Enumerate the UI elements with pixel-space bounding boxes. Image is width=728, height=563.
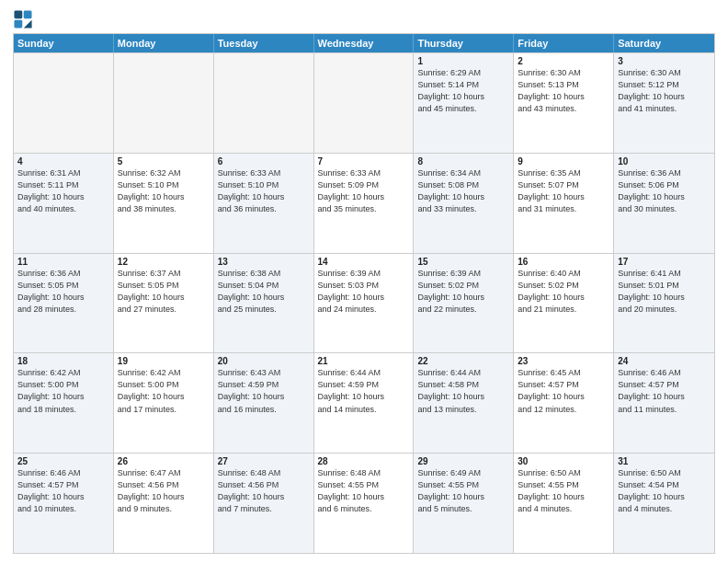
calendar-row-2: 11Sunrise: 6:36 AM Sunset: 5:05 PM Dayli…: [14, 253, 714, 353]
day-info: Sunrise: 6:40 AM Sunset: 5:02 PM Dayligh…: [518, 268, 609, 316]
day-cell-29: 29Sunrise: 6:49 AM Sunset: 4:55 PM Dayli…: [414, 454, 514, 553]
calendar-body: 1Sunrise: 6:29 AM Sunset: 5:14 PM Daylig…: [14, 52, 714, 553]
day-cell-4: 4Sunrise: 6:31 AM Sunset: 5:11 PM Daylig…: [14, 154, 114, 253]
day-info: Sunrise: 6:44 AM Sunset: 4:58 PM Dayligh…: [417, 367, 509, 415]
day-cell-11: 11Sunrise: 6:36 AM Sunset: 5:05 PM Dayli…: [14, 254, 114, 353]
weekday-header-monday: Monday: [114, 34, 214, 52]
day-cell-2: 2Sunrise: 6:30 AM Sunset: 5:13 PM Daylig…: [514, 53, 614, 153]
day-info: Sunrise: 6:33 AM Sunset: 5:10 PM Dayligh…: [218, 167, 310, 215]
day-info: Sunrise: 6:35 AM Sunset: 5:07 PM Dayligh…: [518, 167, 609, 215]
day-cell-27: 27Sunrise: 6:48 AM Sunset: 4:56 PM Dayli…: [214, 454, 314, 553]
svg-rect-0: [14, 10, 22, 18]
day-cell-6: 6Sunrise: 6:33 AM Sunset: 5:10 PM Daylig…: [214, 154, 314, 253]
day-cell-26: 26Sunrise: 6:47 AM Sunset: 4:56 PM Dayli…: [114, 454, 214, 553]
calendar-row-0: 1Sunrise: 6:29 AM Sunset: 5:14 PM Daylig…: [14, 52, 714, 153]
day-info: Sunrise: 6:29 AM Sunset: 5:14 PM Dayligh…: [417, 67, 509, 115]
day-cell-8: 8Sunrise: 6:34 AM Sunset: 5:08 PM Daylig…: [414, 154, 514, 253]
day-info: Sunrise: 6:30 AM Sunset: 5:12 PM Dayligh…: [618, 67, 711, 115]
day-info: Sunrise: 6:34 AM Sunset: 5:08 PM Dayligh…: [417, 167, 509, 215]
day-info: Sunrise: 6:38 AM Sunset: 5:04 PM Dayligh…: [218, 268, 310, 316]
day-info: Sunrise: 6:45 AM Sunset: 4:57 PM Dayligh…: [518, 367, 609, 415]
svg-rect-1: [24, 10, 32, 18]
day-number: 23: [518, 356, 609, 366]
day-info: Sunrise: 6:44 AM Sunset: 4:59 PM Dayligh…: [318, 367, 410, 415]
day-info: Sunrise: 6:48 AM Sunset: 4:55 PM Dayligh…: [318, 467, 410, 515]
day-info: Sunrise: 6:50 AM Sunset: 4:55 PM Dayligh…: [518, 467, 609, 515]
day-number: 2: [518, 56, 609, 66]
day-cell-28: 28Sunrise: 6:48 AM Sunset: 4:55 PM Dayli…: [314, 454, 415, 553]
empty-cell: [314, 53, 415, 153]
day-number: 14: [318, 257, 410, 267]
day-cell-17: 17Sunrise: 6:41 AM Sunset: 5:01 PM Dayli…: [614, 254, 714, 353]
day-info: Sunrise: 6:39 AM Sunset: 5:02 PM Dayligh…: [417, 268, 509, 316]
weekday-header-friday: Friday: [514, 34, 614, 52]
day-number: 26: [118, 456, 210, 466]
day-info: Sunrise: 6:36 AM Sunset: 5:06 PM Dayligh…: [618, 167, 711, 215]
day-info: Sunrise: 6:50 AM Sunset: 4:54 PM Dayligh…: [618, 467, 711, 515]
day-number: 28: [318, 456, 410, 466]
day-info: Sunrise: 6:43 AM Sunset: 4:59 PM Dayligh…: [218, 367, 310, 415]
day-info: Sunrise: 6:33 AM Sunset: 5:09 PM Dayligh…: [318, 167, 410, 215]
svg-rect-2: [14, 20, 22, 29]
day-number: 6: [218, 156, 310, 167]
weekday-header-tuesday: Tuesday: [214, 34, 314, 52]
day-number: 3: [618, 56, 711, 66]
day-number: 19: [118, 356, 210, 366]
day-number: 13: [218, 257, 310, 267]
day-number: 15: [417, 257, 509, 267]
day-cell-14: 14Sunrise: 6:39 AM Sunset: 5:03 PM Dayli…: [314, 254, 415, 353]
day-cell-19: 19Sunrise: 6:42 AM Sunset: 5:00 PM Dayli…: [114, 353, 214, 453]
logo-icon: [13, 9, 33, 29]
day-number: 21: [318, 356, 410, 366]
day-number: 30: [518, 456, 609, 466]
header: [13, 9, 715, 29]
day-info: Sunrise: 6:46 AM Sunset: 4:57 PM Dayligh…: [17, 467, 109, 515]
day-number: 9: [518, 156, 609, 167]
calendar: SundayMondayTuesdayWednesdayThursdayFrid…: [13, 33, 715, 554]
weekday-header-wednesday: Wednesday: [314, 34, 415, 52]
day-number: 12: [118, 257, 210, 267]
day-cell-7: 7Sunrise: 6:33 AM Sunset: 5:09 PM Daylig…: [314, 154, 415, 253]
day-number: 16: [518, 257, 609, 267]
day-number: 17: [618, 257, 711, 267]
day-number: 18: [17, 356, 109, 366]
day-info: Sunrise: 6:42 AM Sunset: 5:00 PM Dayligh…: [118, 367, 210, 415]
day-cell-24: 24Sunrise: 6:46 AM Sunset: 4:57 PM Dayli…: [614, 353, 714, 453]
day-cell-16: 16Sunrise: 6:40 AM Sunset: 5:02 PM Dayli…: [514, 254, 614, 353]
day-number: 22: [417, 356, 509, 366]
day-cell-23: 23Sunrise: 6:45 AM Sunset: 4:57 PM Dayli…: [514, 353, 614, 453]
day-cell-18: 18Sunrise: 6:42 AM Sunset: 5:00 PM Dayli…: [14, 353, 114, 453]
day-info: Sunrise: 6:31 AM Sunset: 5:11 PM Dayligh…: [17, 167, 109, 215]
day-info: Sunrise: 6:32 AM Sunset: 5:10 PM Dayligh…: [118, 167, 210, 215]
day-cell-5: 5Sunrise: 6:32 AM Sunset: 5:10 PM Daylig…: [114, 154, 214, 253]
day-info: Sunrise: 6:48 AM Sunset: 4:56 PM Dayligh…: [218, 467, 310, 515]
weekday-header-sunday: Sunday: [14, 34, 114, 52]
day-cell-10: 10Sunrise: 6:36 AM Sunset: 5:06 PM Dayli…: [614, 154, 714, 253]
day-number: 29: [417, 456, 509, 466]
day-cell-12: 12Sunrise: 6:37 AM Sunset: 5:05 PM Dayli…: [114, 254, 214, 353]
day-number: 7: [318, 156, 410, 167]
calendar-row-4: 25Sunrise: 6:46 AM Sunset: 4:57 PM Dayli…: [14, 453, 714, 553]
logo: [13, 9, 35, 29]
day-info: Sunrise: 6:36 AM Sunset: 5:05 PM Dayligh…: [17, 268, 109, 316]
day-cell-30: 30Sunrise: 6:50 AM Sunset: 4:55 PM Dayli…: [514, 454, 614, 553]
day-cell-31: 31Sunrise: 6:50 AM Sunset: 4:54 PM Dayli…: [614, 454, 714, 553]
day-info: Sunrise: 6:49 AM Sunset: 4:55 PM Dayligh…: [417, 467, 509, 515]
calendar-row-1: 4Sunrise: 6:31 AM Sunset: 5:11 PM Daylig…: [14, 153, 714, 253]
day-cell-20: 20Sunrise: 6:43 AM Sunset: 4:59 PM Dayli…: [214, 353, 314, 453]
day-cell-15: 15Sunrise: 6:39 AM Sunset: 5:02 PM Dayli…: [414, 254, 514, 353]
day-number: 20: [218, 356, 310, 366]
day-cell-21: 21Sunrise: 6:44 AM Sunset: 4:59 PM Dayli…: [314, 353, 415, 453]
day-cell-1: 1Sunrise: 6:29 AM Sunset: 5:14 PM Daylig…: [414, 53, 514, 153]
weekday-header-saturday: Saturday: [614, 34, 714, 52]
day-info: Sunrise: 6:37 AM Sunset: 5:05 PM Dayligh…: [118, 268, 210, 316]
day-number: 24: [618, 356, 711, 366]
day-info: Sunrise: 6:42 AM Sunset: 5:00 PM Dayligh…: [17, 367, 109, 415]
day-cell-3: 3Sunrise: 6:30 AM Sunset: 5:12 PM Daylig…: [614, 53, 714, 153]
day-number: 11: [17, 257, 109, 267]
day-info: Sunrise: 6:30 AM Sunset: 5:13 PM Dayligh…: [518, 67, 609, 115]
day-number: 10: [618, 156, 711, 167]
svg-marker-3: [24, 20, 32, 29]
page: SundayMondayTuesdayWednesdayThursdayFrid…: [0, 0, 728, 563]
calendar-header: SundayMondayTuesdayWednesdayThursdayFrid…: [14, 34, 714, 52]
